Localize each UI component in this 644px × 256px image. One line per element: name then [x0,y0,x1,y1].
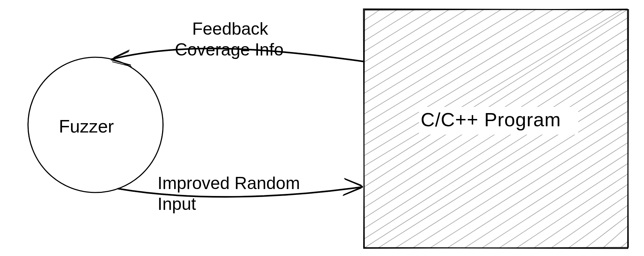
feedback-label-line2: Coverage Info [175,40,284,60]
svg-line-5 [364,9,450,62]
input-label-line2: Input [158,194,196,214]
svg-line-35 [568,205,628,248]
svg-line-4 [364,9,433,52]
svg-line-17 [364,17,628,187]
svg-line-21 [364,59,628,229]
svg-line-10 [364,9,537,114]
svg-line-8 [364,9,502,94]
svg-line-1 [364,9,381,21]
svg-line-37 [602,225,628,248]
svg-line-3 [364,9,415,42]
program-label: C/C++ Program [421,109,561,131]
svg-line-31 [499,163,628,248]
svg-line-7 [364,9,485,83]
diagram-canvas: Fuzzer C/C++ Program Feedback Coverage I… [0,0,644,256]
feedback-label-line1: Feedback [192,19,268,39]
svg-line-23 [364,80,628,248]
svg-line-2 [364,9,398,31]
svg-line-32 [516,173,628,248]
fuzzer-label: Fuzzer [59,116,114,137]
input-label-line1: Improved Random [158,173,300,194]
svg-line-29 [464,142,628,248]
svg-line-28 [447,132,628,248]
svg-line-27 [429,121,628,248]
svg-line-15 [364,9,623,167]
svg-line-22 [364,69,628,239]
svg-line-6 [364,9,467,73]
svg-line-34 [551,194,628,248]
svg-line-9 [364,9,519,104]
